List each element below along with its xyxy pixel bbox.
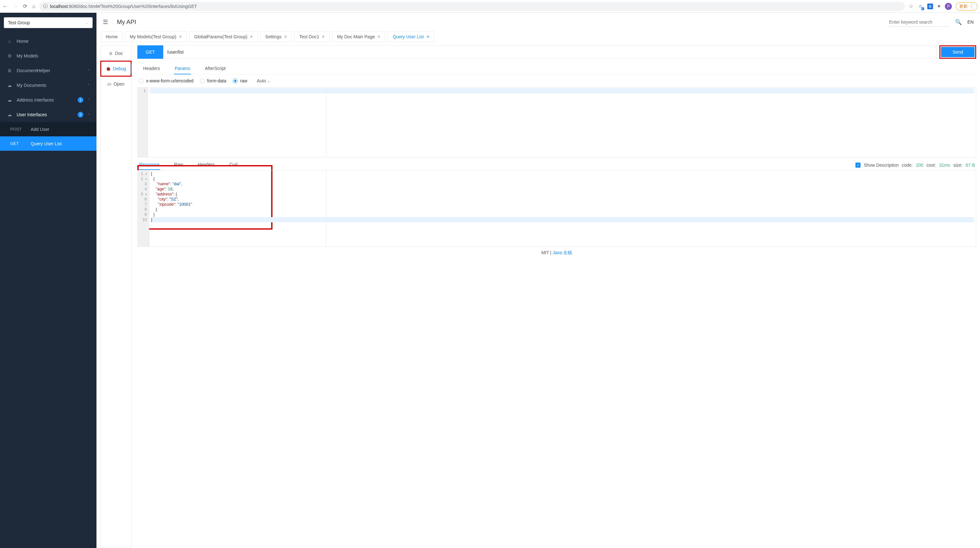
tab-label: Home	[106, 34, 118, 39]
body-type-x-www-form-urlencoded[interactable]: x-www-form-urlencoded	[138, 78, 194, 83]
close-icon[interactable]: ✕	[322, 35, 325, 39]
url-text: localhost:8080/doc.html#/Test%20Group/Us…	[50, 4, 197, 9]
show-desc-checkbox[interactable]: ✓	[856, 162, 861, 168]
body-type-form-data[interactable]: form-data	[200, 78, 226, 83]
sidebar-item-user-interfaces[interactable]: ☁ User Interfaces 2 ˄	[0, 107, 97, 122]
count-badge: 1	[78, 97, 83, 103]
debug-icon: 🐞	[106, 67, 111, 71]
language-toggle[interactable]: EN	[967, 19, 974, 25]
http-method: POST	[10, 127, 23, 132]
view-tab-debug[interactable]: 🐞Debug	[100, 61, 131, 76]
chevron-down-icon: ˅	[88, 69, 89, 73]
tab-settings[interactable]: Settings✕	[260, 31, 292, 42]
view-mode-tabs: 🗎Doc🐞Debug🗁Open	[100, 45, 132, 548]
sidebar-item-documenthelper[interactable]: 🗎 DocumentHelper ˅	[0, 63, 97, 78]
radio-label: raw	[240, 78, 248, 83]
open-icon: 🗁	[107, 82, 111, 87]
chevron-down-icon: ˅	[88, 98, 89, 102]
send-button[interactable]: Send	[941, 47, 975, 57]
bookmark-icon[interactable]: ☆	[909, 3, 913, 9]
menu-icon: ☁	[7, 97, 12, 103]
document-tabs: HomeMy Models(Test Group)✕GlobalParams(T…	[97, 31, 980, 42]
reload-icon[interactable]: ⟳	[23, 3, 27, 9]
view-tab-doc[interactable]: 🗎Doc	[100, 46, 131, 61]
close-icon[interactable]: ✕	[377, 35, 380, 39]
tab-test-doc1[interactable]: Test Doc1✕	[294, 31, 330, 42]
menu-label: My Models	[17, 53, 89, 59]
back-icon[interactable]: ←	[3, 3, 8, 9]
sidebar-item-home[interactable]: ⌂ Home	[0, 34, 97, 49]
translate-extension-icon[interactable]: G	[927, 3, 933, 9]
api-label: Add User	[31, 127, 49, 132]
home-icon[interactable]: ⌂	[32, 3, 35, 9]
radio-label: form-data	[207, 78, 226, 83]
request-config-tabs: HeadersParamsAfterScript	[137, 61, 976, 75]
chevron-down-icon: ⌄	[267, 79, 270, 83]
response-tab-headers[interactable]: Headers	[197, 160, 215, 170]
doc-icon: 🗎	[109, 51, 113, 56]
view-tab-label: Doc	[115, 51, 123, 56]
tab-my-doc-main-page[interactable]: My Doc Main Page✕	[332, 31, 385, 42]
http-method: GET	[10, 141, 23, 146]
tab-label: GlobalParams(Test Group)	[194, 34, 248, 39]
browser-toolbar: ← → ⟳ ⌂ ⓘ localhost:8080/doc.html#/Test%…	[0, 0, 980, 13]
tab-label: Query User List	[393, 34, 423, 39]
response-tab-curl[interactable]: Curl	[229, 160, 238, 170]
sidebar-item-address-interfaces[interactable]: ☁ Address Interfaces 1 ˅	[0, 93, 97, 107]
close-icon[interactable]: ✕	[284, 35, 287, 39]
tab-globalparams-test-group-[interactable]: GlobalParams(Test Group)✕	[189, 31, 258, 42]
response-tab-response[interactable]: Response	[138, 160, 160, 170]
extensions-icon[interactable]: ✦	[937, 3, 941, 9]
menu-label: User Interfaces	[17, 112, 73, 117]
request-path-input[interactable]	[163, 45, 937, 59]
api-item-add-user[interactable]: POSTAdd User	[0, 122, 97, 137]
request-body-editor[interactable]: 1	[137, 87, 976, 157]
url-bar[interactable]: ⓘ localhost:8080/doc.html#/Test%20Group/…	[39, 2, 905, 11]
sidebar-item-my-models[interactable]: ⚙ My Models	[0, 49, 97, 63]
menu-label: My Documents	[17, 83, 83, 88]
profile-avatar[interactable]: P	[945, 3, 952, 10]
config-tab-params[interactable]: Params	[174, 63, 191, 74]
count-badge: 2	[78, 112, 83, 118]
tab-home[interactable]: Home	[101, 31, 123, 42]
close-icon[interactable]: ✕	[426, 35, 430, 39]
close-icon[interactable]: ✕	[179, 35, 182, 39]
config-tab-afterscript[interactable]: AfterScript	[204, 63, 226, 74]
tab-my-models-test-group-[interactable]: My Models(Test Group)✕	[125, 31, 186, 42]
content-type-auto[interactable]: Auto⌄	[257, 78, 270, 83]
api-item-query-user-list[interactable]: GETQuery User List	[0, 137, 97, 151]
http-method-badge: GET	[137, 45, 163, 59]
view-tab-label: Debug	[113, 66, 126, 71]
search-input[interactable]	[889, 17, 949, 27]
response-body-editor[interactable]: 1 ▾2 ▾345 ▾678910 [ { "name": "dai", "ag…	[137, 170, 976, 247]
menu-icon: 🗎	[7, 68, 12, 73]
response-tabs: ResponseRawHeadersCurl	[138, 160, 842, 170]
close-icon[interactable]: ✕	[250, 35, 253, 39]
sidebar-item-my-documents[interactable]: ☁ My Documents ˅	[0, 78, 97, 93]
radio-icon	[200, 79, 205, 83]
sidebar: Test Group ⌄ ⌂ Home ⚙ My Models 🗎 Docume…	[0, 13, 97, 548]
sidebar-toggle-icon[interactable]: ☰	[103, 19, 108, 25]
topbar: ☰ My API 🔍 EN	[97, 13, 980, 31]
tab-label: My Models(Test Group)	[130, 34, 176, 39]
config-tab-headers[interactable]: Headers	[142, 63, 161, 74]
footer: MIT | Java 全栈	[137, 247, 976, 259]
tab-label: Settings	[265, 34, 282, 39]
menu-icon: ☁	[7, 112, 12, 117]
chevron-down-icon: ⌄	[86, 21, 89, 25]
forward-icon[interactable]: →	[13, 3, 18, 9]
search-icon[interactable]: 🔍	[955, 19, 962, 25]
response-meta: ✓ Show Description code: 200 cost: 31ms …	[856, 162, 975, 168]
info-icon[interactable]: ⓘ	[43, 3, 48, 9]
response-tab-raw[interactable]: Raw	[173, 160, 184, 170]
radio-icon	[233, 79, 238, 83]
debug-panel: GET Send HeadersParamsAfterScript x-www-…	[132, 45, 976, 548]
chevron-up-icon: ˄	[88, 113, 89, 117]
footer-link[interactable]: Java 全栈	[553, 250, 572, 255]
view-tab-open[interactable]: 🗁Open	[100, 76, 131, 92]
tab-query-user-list[interactable]: Query User List✕	[388, 31, 434, 42]
extension-icon[interactable]: ⎙0	[917, 3, 923, 10]
group-selector[interactable]: Test Group ⌄	[4, 17, 92, 28]
update-button[interactable]: 更新⋮	[956, 2, 977, 11]
body-type-raw[interactable]: raw	[233, 78, 248, 83]
